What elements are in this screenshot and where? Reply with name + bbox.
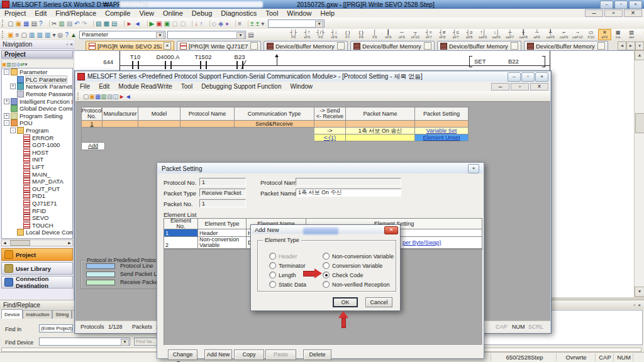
close-button[interactable]: ×	[629, 1, 642, 9]
nav-toolbar-icon[interactable]: ▨	[11, 62, 16, 67]
chevron-down-icon[interactable]: ▼	[121, 339, 129, 346]
document-tab[interactable]: [PRG]R Write SEVO 2528 S...✕	[86, 41, 174, 50]
ladder-symbol-button[interactable]: ✕aF9	[598, 29, 612, 40]
ladder-symbol-button[interactable]: │F9	[368, 29, 382, 40]
menu-diagnostics[interactable]: Diagnostics	[216, 9, 261, 17]
menu-help[interactable]: Help	[316, 9, 339, 17]
receive-link[interactable]: <-(1)	[324, 134, 336, 141]
radio-conversion-variable[interactable]: Conversion Variable	[323, 262, 382, 269]
main-combo[interactable]: ▼	[268, 19, 325, 28]
ladder-symbol-button[interactable]: ¬caF10	[571, 29, 585, 40]
toolbar-icon[interactable]: ▩	[104, 20, 109, 27]
chevron-down-icon[interactable]: ▼	[156, 32, 164, 39]
toolbar-icon[interactable]: ?	[39, 20, 43, 27]
tree-item[interactable]: +Network Parameter	[2, 83, 72, 90]
mdi-restore-button[interactable]: ▫	[604, 9, 623, 17]
document-icon[interactable]: ▤	[246, 30, 256, 40]
delete-button[interactable]: Delete	[303, 349, 331, 360]
toolbar-icon[interactable]: ▢	[172, 20, 177, 27]
scroll-thumb[interactable]	[10, 240, 30, 246]
chevron-down-icon[interactable]: ▼	[236, 32, 245, 39]
ladder-symbol-button[interactable]: ↑│saF5	[476, 29, 490, 40]
find-tab[interactable]: Device	[1, 309, 23, 319]
ladder-symbol-button[interactable]: ┤=sF7	[422, 29, 436, 40]
element-no-cell[interactable]: 2	[164, 237, 198, 249]
radio-icon[interactable]	[323, 281, 330, 288]
ladder-symbol-button[interactable]: ┤├F5	[287, 29, 301, 40]
ladder-symbol-button[interactable]: ┼saF7	[503, 29, 517, 40]
scroll-down-icon[interactable]: ▼	[635, 287, 644, 297]
tree-item[interactable]: TOUCH	[2, 221, 72, 229]
nav-toolbar-icon[interactable]: ▾	[25, 62, 27, 67]
document-tab[interactable]: Device/Buffer Memory Batch M...	[264, 41, 348, 50]
find-next-button[interactable]: Find Ne...	[134, 337, 158, 346]
toolbar-icon[interactable]: ±	[248, 20, 254, 27]
add-new-button[interactable]: Add New	[204, 349, 232, 360]
menu-window[interactable]: Window	[282, 9, 316, 17]
document-tab[interactable]: Device/Buffer Memory Batch M...	[350, 41, 435, 50]
toolbar-icon[interactable]: ▾	[261, 20, 264, 27]
sidebar-item-connection-destination[interactable]: Connection Destination	[1, 276, 73, 288]
tree-expander[interactable]: +	[10, 84, 16, 89]
toolbar-icon[interactable]: ◫	[113, 93, 118, 100]
toolbar-icon[interactable]: ▢	[8, 20, 13, 27]
sidebar-item-project[interactable]: Project	[1, 248, 73, 261]
tree-item[interactable]: +Intelligent Function Mod	[2, 97, 72, 105]
tree-item[interactable]: QJ71E71	[2, 200, 72, 207]
packet-name-cell[interactable]	[346, 121, 415, 128]
toolbar-icon[interactable]: ▥	[58, 20, 64, 27]
toolbar-icon[interactable]: ▣	[16, 20, 21, 27]
element-type-cell[interactable]: Header	[198, 229, 247, 237]
protocol-name-cell[interactable]	[180, 121, 235, 128]
nav-toolbar-icon[interactable]: ◎	[16, 62, 21, 67]
ladder-symbol-button[interactable]: ┤≤aF7	[449, 29, 463, 40]
toolbar-icon[interactable]: ▢	[180, 20, 186, 27]
tree-item[interactable]: Global Device Comment	[2, 105, 72, 112]
tree-expander[interactable]: -	[4, 69, 9, 75]
close-icon[interactable]: ✕	[384, 226, 398, 234]
toolbar-icon[interactable]: ▨	[107, 93, 113, 100]
packet-row-receive[interactable]: <-(1) Element Unset	[314, 134, 469, 141]
toolbar-icon[interactable]: ◆	[218, 20, 223, 27]
toolbar-grip[interactable]	[2, 31, 6, 38]
ladder-symbol-button[interactable]: ┤↓sF6	[328, 29, 341, 40]
menu-view[interactable]: View	[135, 9, 158, 17]
toolbar-icon[interactable]: ▨	[67, 20, 72, 27]
close-icon[interactable]: ×	[638, 302, 641, 308]
toolbar-icon[interactable]: ▶	[147, 20, 155, 27]
tree-item[interactable]: -POU	[2, 119, 72, 127]
ladder-symbol-button[interactable]: ┬cF10	[409, 29, 423, 40]
radio-terminator[interactable]: Terminator	[269, 262, 306, 269]
packet-name-cell[interactable]	[346, 134, 415, 141]
ladder-vertical-scrollbar[interactable]: ▲ ▼	[634, 50, 644, 297]
menu-compile[interactable]: Compile	[101, 9, 135, 17]
ladder-symbol-button[interactable]: ┴aF5	[530, 29, 544, 40]
radio-icon[interactable]	[323, 272, 330, 278]
packet-name-input[interactable]: 1축 서보 On 수신	[296, 189, 401, 197]
cancel-button[interactable]: Cancel	[365, 297, 392, 307]
ladder-symbol-button[interactable]: ⌐caF9	[557, 29, 571, 40]
menu-edit[interactable]: Edit	[30, 9, 51, 17]
toolbar-grip[interactable]	[77, 92, 81, 100]
toolbar-icon[interactable]: ▥	[36, 31, 42, 38]
packet-setting-cell[interactable]	[415, 121, 469, 128]
parameter-combo[interactable]: Parameter▼	[79, 31, 165, 39]
ladder-symbol-button[interactable]: ▧del	[625, 29, 639, 40]
find-tab[interactable]: Instruction	[23, 310, 52, 319]
toolbar-icon[interactable]: ◄	[125, 93, 131, 100]
find-tab[interactable]: String	[52, 310, 72, 319]
ladder-symbol-button[interactable]: ─cF9	[395, 29, 409, 40]
ladder-symbol-button[interactable]: ┤↑sF5	[301, 29, 314, 40]
packet-setting-cell[interactable]: Variable Set	[415, 128, 469, 134]
direction-cell[interactable]	[314, 121, 346, 128]
close-icon[interactable]: ×	[70, 41, 73, 47]
toolbar-icon[interactable]: ▥	[29, 31, 35, 38]
element-no-cell[interactable]: 1	[164, 229, 198, 237]
radio-static-data[interactable]: Static Data	[269, 281, 306, 288]
toolbar-icon[interactable]: ≡	[16, 31, 19, 38]
toolbar-icon[interactable]: ▥	[101, 93, 106, 100]
toolbar-icon[interactable]: ↷	[82, 20, 87, 27]
element-setting-link[interactable]: per Byte/Swap)	[402, 239, 441, 246]
chevron-down-icon[interactable]: ▼	[315, 21, 323, 28]
blank-combo[interactable]: ▼	[167, 31, 246, 39]
